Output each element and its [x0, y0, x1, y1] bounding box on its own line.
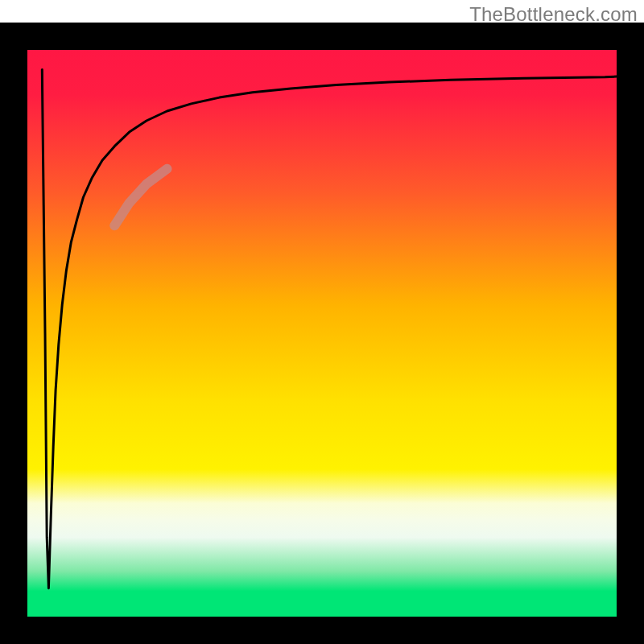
watermark-text: TheBottleneck.com — [469, 3, 638, 26]
chart-container: TheBottleneck.com — [0, 0, 644, 644]
plot-background — [27, 50, 617, 617]
bottleneck-chart — [0, 0, 644, 644]
